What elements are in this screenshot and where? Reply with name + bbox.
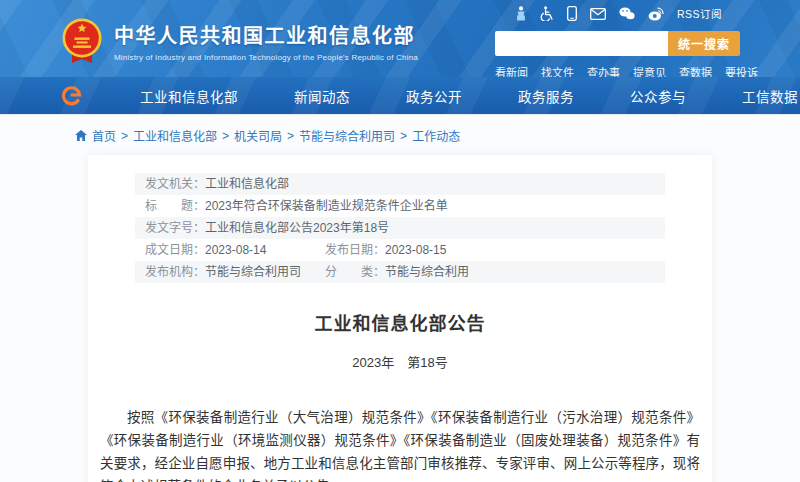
brand: 中华人民共和国工业和信息化部 Ministry of Industry and … <box>60 17 418 65</box>
quick-link-complaints[interactable]: 要投诉 <box>725 64 758 77</box>
breadcrumb-separator: > <box>400 129 407 143</box>
meta-label: 发文机关： <box>145 173 205 195</box>
miit-logo-icon <box>62 86 82 106</box>
breadcrumb-miit[interactable]: 工业和信息化部 <box>133 127 217 144</box>
page: RSS订阅 中华人民共和国工业和信息化部 Ministry of Industr… <box>0 0 800 482</box>
accessibility-person-icon[interactable] <box>515 6 527 21</box>
quick-link-news[interactable]: 看新闻 <box>495 64 528 77</box>
nav-item-gov-services[interactable]: 政务服务 <box>490 86 602 106</box>
mail-icon[interactable] <box>590 8 606 20</box>
weibo-icon[interactable] <box>648 7 664 21</box>
main-content: 首页 > 工业和信息化部 > 机关司局 > 节能与综合利用司 > 工作动态 发文… <box>0 115 800 482</box>
meta-label: 分 类： <box>325 261 385 283</box>
article-title: 工业和信息化部公告 <box>100 309 700 335</box>
site-title: 中华人民共和国工业和信息化部 <box>114 20 418 49</box>
search-quick-links: 看新闻 找文件 查办事 提意见 查数据 要投诉 <box>495 64 740 77</box>
meta-value: 2023年符合环保装备制造业规范条件企业名单 <box>205 195 448 217</box>
breadcrumb-separator: > <box>287 129 294 143</box>
national-emblem-logo <box>60 17 104 65</box>
utility-bar: RSS订阅 <box>515 6 722 21</box>
quick-link-data[interactable]: 查数据 <box>679 64 712 77</box>
home-icon[interactable] <box>75 130 87 141</box>
meta-label: 成文日期： <box>145 239 205 261</box>
meta-label: 标 题： <box>145 195 205 217</box>
doc-meta-table: 发文机关： 工业和信息化部 标 题： 2023年符合环保装备制造业规范条件企业名… <box>135 173 665 283</box>
quick-link-documents[interactable]: 找文件 <box>541 64 574 77</box>
article-paragraph: 按照《环保装备制造行业（大气治理）规范条件》《环保装备制造行业（污水治理）规范条… <box>100 406 700 482</box>
search-area: 统一搜索 看新闻 找文件 查办事 提意见 查数据 要投诉 <box>495 31 740 77</box>
breadcrumb-energy-conservation-dept[interactable]: 节能与综合利用司 <box>299 127 395 144</box>
meta-value: 节能与综合利用 <box>385 261 469 283</box>
meta-row-issuing-authority: 发文机关： 工业和信息化部 <box>135 173 665 195</box>
nav-item-ict-data[interactable]: 工信数据 <box>714 86 800 106</box>
meta-row-title: 标 题： 2023年符合环保装备制造业规范条件企业名单 <box>135 195 665 217</box>
breadcrumb: 首页 > 工业和信息化部 > 机关司局 > 节能与综合利用司 > 工作动态 <box>0 115 800 144</box>
nav-item-news[interactable]: 新闻动态 <box>266 86 378 106</box>
meta-value: 2023-08-15 <box>385 239 446 261</box>
site-subtitle: Ministry of Industry and Information Tec… <box>114 53 418 62</box>
search-row: 统一搜索 <box>495 31 740 56</box>
meta-row-publisher-category: 发布机构： 节能与综合利用司 分 类： 节能与综合利用 <box>135 261 665 283</box>
nav-item-miit[interactable]: 工业和信息化部 <box>112 86 266 106</box>
meta-row-dates: 成文日期： 2023-08-14 发布日期： 2023-08-15 <box>135 239 665 261</box>
document-card: 发文机关： 工业和信息化部 标 题： 2023年符合环保装备制造业规范条件企业名… <box>88 155 712 482</box>
mobile-icon[interactable] <box>567 6 577 21</box>
nav-item-gov-open[interactable]: 政务公开 <box>378 86 490 106</box>
main-nav: 工业和信息化部 新闻动态 政务公开 政务服务 公众参与 工信数据 专题专栏 <box>0 77 800 115</box>
rss-subscribe-link[interactable]: RSS订阅 <box>677 6 722 21</box>
breadcrumb-work-updates[interactable]: 工作动态 <box>412 127 460 144</box>
brand-text: 中华人民共和国工业和信息化部 Ministry of Industry and … <box>114 20 418 62</box>
breadcrumb-home[interactable]: 首页 <box>92 127 116 144</box>
wheelchair-icon[interactable] <box>540 6 554 21</box>
meta-value: 节能与综合利用司 <box>205 261 301 283</box>
meta-label: 发布日期： <box>325 239 385 261</box>
wechat-icon[interactable] <box>619 7 635 20</box>
quick-link-opinions[interactable]: 提意见 <box>633 64 666 77</box>
meta-label: 发布机构： <box>145 261 205 283</box>
meta-value: 2023-08-14 <box>205 239 266 261</box>
quick-link-services[interactable]: 查办事 <box>587 64 620 77</box>
search-input[interactable] <box>495 31 668 56</box>
nav-items: 工业和信息化部 新闻动态 政务公开 政务服务 公众参与 工信数据 专题专栏 <box>112 86 800 106</box>
search-button[interactable]: 统一搜索 <box>668 31 740 56</box>
breadcrumb-separator: > <box>222 129 229 143</box>
meta-value: 工业和信息化部 <box>205 173 289 195</box>
breadcrumb-departments[interactable]: 机关司局 <box>234 127 282 144</box>
meta-row-doc-number: 发文字号： 工业和信息化部公告2023年第18号 <box>135 217 665 239</box>
article-issue-number: 2023年 第18号 <box>100 352 700 371</box>
nav-item-public-participation[interactable]: 公众参与 <box>602 86 714 106</box>
site-header: RSS订阅 中华人民共和国工业和信息化部 Ministry of Industr… <box>0 0 800 77</box>
meta-label: 发文字号： <box>145 217 205 239</box>
breadcrumb-separator: > <box>121 129 128 143</box>
article-body: 按照《环保装备制造行业（大气治理）规范条件》《环保装备制造行业（污水治理）规范条… <box>100 406 700 482</box>
meta-value: 工业和信息化部公告2023年第18号 <box>205 217 389 239</box>
